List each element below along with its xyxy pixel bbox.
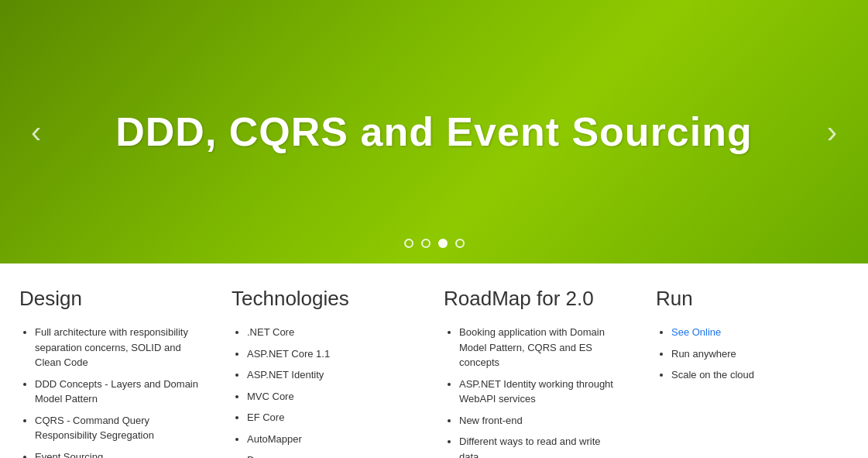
roadmap-column: RoadMap for 2.0 Booking application with… [428, 287, 640, 458]
design-title: Design [19, 287, 201, 311]
technologies-column: Technologies .NET Core ASP.NET Core 1.1 … [216, 287, 428, 458]
list-item: .NET Core [247, 325, 413, 340]
run-list: See Online Run anywhere Scale on the clo… [656, 325, 837, 383]
list-item: New front-end [459, 413, 625, 429]
hero-banner: ‹ DDD, CQRS and Event Sourcing › [0, 0, 868, 263]
technologies-list: .NET Core ASP.NET Core 1.1 ASP.NET Ident… [232, 325, 413, 458]
carousel-prev-button[interactable]: ‹ [23, 107, 49, 157]
carousel-dot-1[interactable] [404, 239, 413, 248]
hero-title: DDD, CQRS and Event Sourcing [115, 108, 753, 155]
list-item: Different ways to read and write data. [459, 434, 625, 458]
list-item: Booking application with Domain Model Pa… [459, 325, 625, 370]
list-item: ASP.NET Identity working throught WebAPI… [459, 377, 625, 407]
list-item: ASP.NET Identity [247, 367, 413, 383]
roadmap-list: Booking application with Domain Model Pa… [444, 325, 625, 458]
list-item: MVC Core [247, 389, 413, 405]
list-item: ASP.NET Core 1.1 [247, 346, 413, 362]
list-item: Run anywhere [671, 346, 837, 362]
list-item: AutoMapper [247, 432, 413, 447]
carousel-dot-2[interactable] [421, 239, 431, 248]
roadmap-title: RoadMap for 2.0 [444, 287, 625, 311]
list-item: Dapper [247, 453, 413, 458]
list-item: Event Sourcing [35, 449, 201, 459]
list-item-see-online[interactable]: See Online [671, 325, 837, 340]
carousel-dot-4[interactable] [455, 239, 465, 248]
list-item: Full architecture with responsibility se… [35, 325, 201, 370]
carousel-dot-3[interactable] [438, 239, 448, 248]
design-column: Design Full architecture with responsibi… [15, 287, 216, 458]
list-item: CQRS - Command Query Responsibility Segr… [35, 413, 201, 443]
list-item: DDD Concepts - Layers and Domain Model P… [35, 377, 201, 407]
design-list: Full architecture with responsibility se… [19, 325, 201, 458]
carousel-dots [404, 239, 465, 248]
list-item: EF Core [247, 410, 413, 425]
list-item: Scale on the cloud [671, 367, 837, 383]
technologies-title: Technologies [232, 287, 413, 311]
carousel-next-button[interactable]: › [819, 107, 845, 157]
content-section: Design Full architecture with responsibi… [0, 263, 868, 458]
run-title: Run [656, 287, 837, 311]
see-online-link[interactable]: See Online [671, 326, 721, 338]
run-column: Run See Online Run anywhere Scale on the… [640, 287, 853, 458]
